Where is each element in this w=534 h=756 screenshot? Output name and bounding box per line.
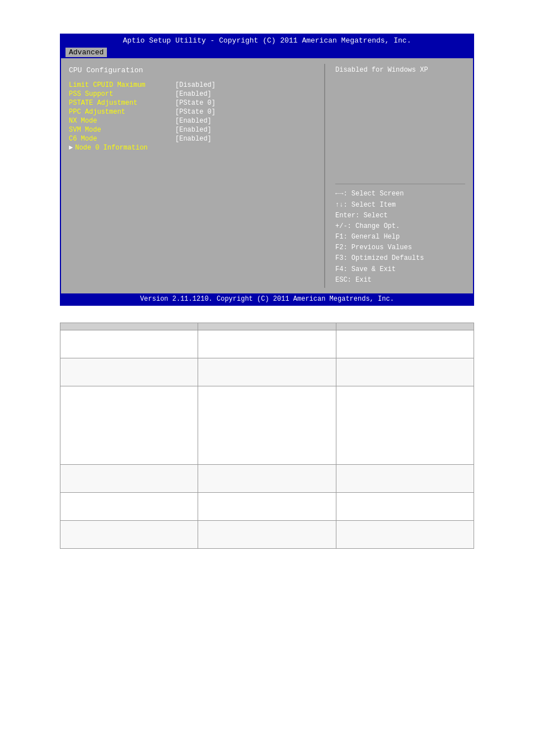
bios-menu-advanced[interactable]: Advanced: [65, 48, 107, 57]
bios-content-area: CPU Configuration Limit CPUID Maximum [D…: [61, 58, 473, 293]
table-cell: [336, 330, 474, 358]
table-row: [60, 521, 474, 549]
bios-item-limit-cpuid[interactable]: Limit CPUID Maximum [Disabled]: [69, 81, 314, 89]
bios-footer: Version 2.11.1210. Copyright (C) 2011 Am…: [61, 293, 473, 305]
table-cell: [60, 358, 198, 386]
table-cell: [198, 493, 336, 521]
key-help-line-6: F2: Previous Values: [335, 242, 465, 253]
table-cell: [198, 465, 336, 493]
table-header-row: [60, 323, 474, 330]
bios-item-svm-mode[interactable]: SVM Mode [Enabled]: [69, 126, 314, 134]
key-help-line-5: F1: General Help: [335, 232, 465, 242]
bios-item-ppc-adj[interactable]: PPC Adjustment [PState 0]: [69, 108, 314, 116]
table-row: [60, 330, 474, 358]
bios-item-c6-mode[interactable]: C6 Mode [Enabled]: [69, 135, 314, 143]
key-help-line-4: +/-: Change Opt.: [335, 221, 465, 232]
table-cell: [60, 493, 198, 521]
key-help-line-9: ESC: Exit: [335, 275, 465, 286]
table-cell: [198, 330, 336, 358]
bios-right-panel: Disabled for Windows XP ←→: Select Scree…: [333, 64, 467, 288]
key-help-line-8: F4: Save & Exit: [335, 264, 465, 275]
key-help-line-3: Enter: Select: [335, 211, 465, 221]
bios-title: Aptio Setup Utility - Copyright (C) 2011…: [61, 35, 473, 46]
bios-screen: Aptio Setup Utility - Copyright (C) 2011…: [60, 34, 474, 306]
data-table-container: [60, 323, 474, 549]
table-cell: [60, 521, 198, 549]
bios-help-description: Disabled for Windows XP: [335, 66, 465, 74]
table-cell: [336, 358, 474, 386]
table-row: [60, 358, 474, 386]
table-cell: [198, 521, 336, 549]
table-cell: [60, 386, 198, 465]
table-cell: [60, 330, 198, 358]
submenu-arrow-icon: ►: [69, 144, 73, 152]
table-cell: [336, 521, 474, 549]
key-help-line-7: F3: Optimized Defaults: [335, 253, 465, 264]
table-cell: [60, 465, 198, 493]
table-cell: [336, 465, 474, 493]
table-row: [60, 465, 474, 493]
table-row: [60, 386, 474, 465]
bios-key-help: ←→: Select Screen ↑↓: Select Item Enter:…: [335, 189, 465, 286]
bios-item-pss-support[interactable]: PSS Support [Enabled]: [69, 90, 314, 98]
key-help-line-2: ↑↓: Select Item: [335, 200, 465, 211]
table-cell: [336, 386, 474, 465]
table-cell: [198, 386, 336, 465]
bios-item-node-info[interactable]: ► Node 0 Information: [69, 144, 314, 152]
bios-item-nx-mode[interactable]: NX Mode [Enabled]: [69, 117, 314, 125]
bios-section-title: CPU Configuration: [69, 66, 314, 74]
table-cell: [198, 358, 336, 386]
bios-horizontal-divider: [335, 184, 465, 184]
bios-menu-bar: Advanced: [61, 46, 473, 58]
bios-item-pstate-adj[interactable]: PSTATE Adjustment [PState 0]: [69, 99, 314, 107]
table-header-col3: [336, 323, 474, 330]
table-header-col1: [60, 323, 198, 330]
data-table: [60, 323, 474, 549]
table-header-col2: [198, 323, 336, 330]
bios-vertical-divider: [324, 64, 325, 288]
bios-left-panel: CPU Configuration Limit CPUID Maximum [D…: [67, 64, 316, 288]
key-help-line-1: ←→: Select Screen: [335, 189, 465, 199]
table-cell: [336, 493, 474, 521]
table-row: [60, 493, 474, 521]
